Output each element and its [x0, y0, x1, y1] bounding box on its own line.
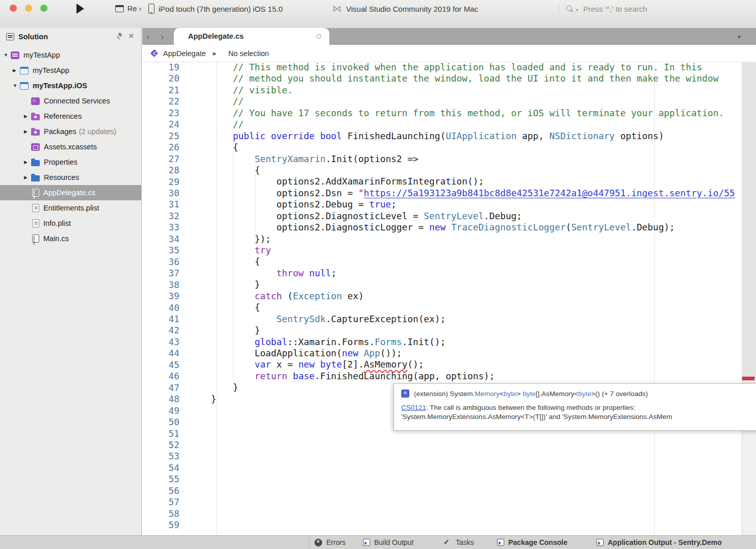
line-number[interactable]: 58 [142, 508, 179, 519]
line-number[interactable]: 28 [142, 165, 179, 176]
line-number[interactable]: 38 [142, 279, 179, 291]
scrollbar-track[interactable] [742, 62, 756, 535]
error-squiggle-text[interactable]: AsMemory [364, 359, 408, 370]
code-line-30[interactable]: options2.Dsn = "https://5a193123a9b841bc… [189, 188, 735, 199]
line-number[interactable]: 56 [142, 485, 179, 496]
code-line-23[interactable]: // You have 17 seconds to return from th… [189, 108, 735, 119]
line-number[interactable]: 35 [142, 245, 179, 256]
tree-item-packages[interactable]: ▶Packages(2 updates) [0, 124, 141, 139]
line-number[interactable]: 46 [142, 371, 179, 382]
zoom-window-button[interactable] [40, 5, 47, 12]
line-number-gutter[interactable]: 1920212223242526272829303132333435363738… [142, 62, 179, 531]
code-line-59[interactable] [189, 519, 735, 531]
line-number[interactable]: 37 [142, 268, 179, 279]
line-number[interactable]: 23 [142, 108, 179, 119]
tree-item-main-cs[interactable]: Main.cs [0, 231, 141, 246]
breadcrumb-class[interactable]: AppDelegate [163, 49, 206, 58]
close-icon[interactable]: ✕ [128, 33, 134, 39]
code-line-35[interactable]: try [189, 245, 735, 256]
device-selector[interactable]: iPod touch (7th generation) iOS 15.0 [148, 3, 283, 15]
code-line-26[interactable]: { [189, 142, 735, 153]
code-line-52[interactable] [189, 439, 735, 450]
disclosure-closed-icon[interactable]: ▶ [12, 68, 20, 73]
disclosure-closed-icon[interactable]: ▶ [23, 114, 31, 119]
status-item-application-output[interactable]: Application Output - Sentry.Demo [596, 536, 722, 549]
tab-appdelegate[interactable]: AppDelegate.cs [174, 28, 329, 45]
tree-item-connected-services[interactable]: Connected Services [0, 93, 141, 109]
tree-item-mytestapp-ios[interactable]: ▼myTestApp.iOS [0, 78, 141, 93]
code-line-43[interactable]: global::Xamarin.Forms.Forms.Init(); [189, 336, 735, 348]
tree-item-resources[interactable]: ▶Resources [0, 170, 141, 185]
code-line-22[interactable]: // [189, 96, 735, 107]
tree-item-appdelegate-cs[interactable]: AppDelegate.cs [0, 185, 141, 200]
line-number[interactable]: 32 [142, 211, 179, 222]
line-number[interactable]: 54 [142, 462, 179, 474]
status-item-errors[interactable]: Errors [315, 536, 346, 549]
code-line-39[interactable]: catch (Exception ex) [189, 291, 735, 302]
line-number[interactable]: 57 [142, 496, 179, 508]
code-line-41[interactable]: SentrySdk.CaptureException(ex); [189, 313, 735, 325]
navigate-back-button[interactable]: ‹ [146, 29, 149, 44]
line-number[interactable]: 29 [142, 176, 179, 188]
line-number[interactable]: 19 [142, 62, 179, 73]
scrollbar-error-marker[interactable] [742, 377, 754, 380]
code-line-56[interactable] [189, 485, 735, 496]
code-line-28[interactable]: { [189, 165, 735, 176]
line-number[interactable]: 52 [142, 439, 179, 451]
line-number[interactable]: 40 [142, 302, 179, 313]
disclosure-open-icon[interactable]: ▼ [3, 53, 11, 58]
close-window-button[interactable] [10, 5, 17, 12]
code-line-57[interactable] [189, 496, 735, 508]
status-item-tasks[interactable]: Tasks [444, 536, 474, 549]
line-number[interactable]: 39 [142, 291, 179, 302]
run-button[interactable] [76, 4, 84, 14]
status-item-build-output[interactable]: Build Output [363, 536, 413, 549]
line-number[interactable]: 27 [142, 153, 179, 165]
build-configuration-selector[interactable]: Re › [115, 3, 141, 15]
code-line-29[interactable]: options2.AddXamarinFormsIntegration(); [189, 176, 735, 187]
disclosure-open-icon[interactable]: ▼ [12, 83, 20, 88]
line-number[interactable]: 20 [142, 73, 179, 84]
code-line-55[interactable] [189, 474, 735, 485]
code-line-37[interactable]: throw null; [189, 268, 735, 279]
code-line-45[interactable]: var x = new byte[2].AsMemory(); [189, 359, 735, 370]
line-number[interactable]: 24 [142, 119, 179, 130]
line-number[interactable]: 34 [142, 233, 179, 245]
disclosure-closed-icon[interactable]: ▶ [23, 129, 31, 134]
code-line-31[interactable]: options2.Debug = true; [189, 199, 735, 210]
line-number[interactable]: 36 [142, 256, 179, 268]
code-line-40[interactable]: { [189, 302, 735, 313]
code-line-27[interactable]: SentryXamarin.Init(options2 => [189, 153, 735, 165]
code-line-20[interactable]: // method you should instantiate the win… [189, 73, 735, 84]
line-number[interactable]: 33 [142, 222, 179, 233]
pin-icon[interactable] [116, 33, 123, 39]
code-line-21[interactable]: // visible. [189, 85, 735, 96]
line-number[interactable]: 45 [142, 359, 179, 371]
code-line-38[interactable]: } [189, 279, 735, 290]
tree-item-assets-xcassets[interactable]: Assets.xcassets [0, 139, 141, 154]
line-number[interactable]: 53 [142, 451, 179, 462]
line-number[interactable]: 42 [142, 325, 179, 336]
line-number[interactable]: 26 [142, 142, 179, 153]
code-line-46[interactable]: return base.FinishedLaunching(app, optio… [189, 371, 735, 382]
dsn-url-link[interactable]: https://5a193123a9b841bc8d8e42531e7242a1… [364, 188, 735, 198]
breadcrumb-selection[interactable]: No selection [228, 49, 269, 58]
disclosure-closed-icon[interactable]: ▶ [23, 175, 31, 180]
tree-item-references[interactable]: ▶References [0, 109, 141, 124]
code-line-44[interactable]: LoadApplication(new App()); [189, 348, 735, 359]
line-number[interactable]: 30 [142, 188, 179, 199]
line-number[interactable]: 43 [142, 336, 179, 348]
minimize-window-button[interactable] [25, 5, 32, 12]
scrollbar-thumb[interactable] [743, 63, 755, 378]
line-number[interactable]: 22 [142, 96, 179, 107]
line-number[interactable]: 25 [142, 130, 179, 142]
tree-item-entitlements-plist[interactable]: Entitlements.plist [0, 200, 141, 216]
line-number[interactable]: 41 [142, 313, 179, 325]
code-line-34[interactable]: }); [189, 233, 735, 245]
code-line-53[interactable] [189, 451, 735, 462]
disclosure-closed-icon[interactable]: ▶ [23, 160, 31, 165]
code-line-54[interactable] [189, 462, 735, 473]
line-number[interactable]: 31 [142, 199, 179, 210]
tree-item-mytestapp[interactable]: ▶myTestApp [0, 63, 141, 78]
code-line-33[interactable]: options2.DiagnosticLogger = new TraceDia… [189, 222, 735, 233]
